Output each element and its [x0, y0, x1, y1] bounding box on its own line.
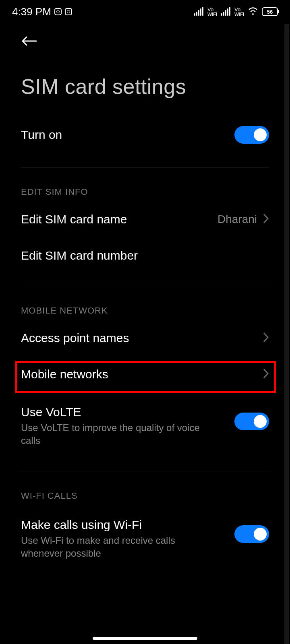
volte-sub: Use VoLTE to improve the quality of voic…	[21, 421, 214, 448]
vowifi-indicator: Vo WiFi	[207, 7, 217, 17]
signal-icon	[194, 8, 203, 16]
home-indicator[interactable]	[93, 637, 197, 640]
edit-sim-number-label: Edit SIM card number	[21, 249, 138, 262]
chevron-right-icon	[263, 368, 269, 381]
divider	[21, 286, 269, 286]
edit-sim-name-value: Dharani	[218, 213, 257, 226]
apn-row[interactable]: Access point names	[21, 320, 269, 356]
signal-icon	[221, 8, 230, 16]
wifi-calls-sub: Use Wi-Fi to make and receive calls when…	[21, 534, 214, 560]
chevron-right-icon	[263, 213, 269, 226]
volte-row[interactable]: Use VoLTE Use VoLTE to improve the quali…	[21, 392, 269, 459]
section-edit-sim-info: EDIT SIM INFO	[21, 175, 269, 201]
edit-sim-name-row[interactable]: Edit SIM card name Dharani	[21, 201, 269, 237]
scrollbar[interactable]	[284, 24, 289, 644]
mobile-networks-row[interactable]: Mobile networks	[21, 356, 269, 392]
page-title: SIM card settings	[0, 52, 290, 115]
section-mobile-network: MOBILE NETWORK	[21, 294, 269, 320]
volte-label: Use VoLTE	[21, 405, 214, 419]
divider	[21, 167, 269, 167]
wifi-calls-toggle[interactable]	[234, 525, 269, 543]
instagram-icon	[65, 8, 72, 15]
volte-toggle[interactable]	[234, 413, 269, 430]
edit-sim-name-label: Edit SIM card name	[21, 213, 127, 226]
status-bar: 4:39 PM Vo WiFi Vo WiFi 56	[0, 0, 290, 23]
edit-sim-number-row[interactable]: Edit SIM card number	[21, 237, 269, 274]
mobile-networks-label: Mobile networks	[21, 367, 108, 381]
wifi-icon	[248, 7, 258, 17]
turn-on-toggle[interactable]	[234, 126, 269, 144]
divider	[21, 471, 269, 471]
turn-on-row[interactable]: Turn on	[21, 115, 269, 155]
back-button[interactable]	[21, 35, 269, 48]
chevron-right-icon	[263, 332, 269, 345]
vowifi-indicator: Vo WiFi	[234, 7, 244, 17]
battery-indicator: 56	[262, 7, 278, 16]
status-time: 4:39 PM	[12, 6, 51, 18]
instagram-icon	[54, 8, 62, 15]
turn-on-label: Turn on	[21, 128, 62, 142]
apn-label: Access point names	[21, 331, 129, 345]
wifi-calls-label: Make calls using Wi-Fi	[21, 518, 214, 532]
section-wifi-calls: WI-FI CALLS	[21, 479, 269, 505]
wifi-calls-row[interactable]: Make calls using Wi-Fi Use Wi-Fi to make…	[21, 505, 269, 572]
